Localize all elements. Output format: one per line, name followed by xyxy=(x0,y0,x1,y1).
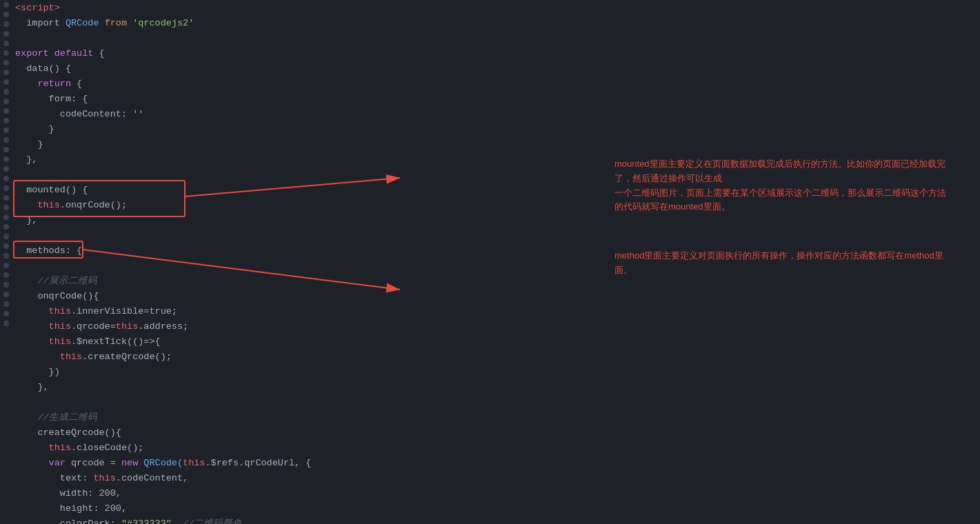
token: } xyxy=(15,124,54,134)
fold-marker xyxy=(3,282,9,288)
annotation-text-2: method里面主要定义对页面执行的所有操作，操作对应的方法函数都写在metho… xyxy=(601,249,966,278)
token: width: 200, xyxy=(15,488,121,498)
code-line: this.createQrcode(); xyxy=(12,349,980,364)
token: .createQrcode(); xyxy=(82,352,172,362)
fold-marker xyxy=(3,301,9,307)
token: .$refs.qrCodeUrl, { xyxy=(205,458,311,468)
code-line: this.innerVisible=true; xyxy=(12,303,980,319)
token: from xyxy=(99,18,133,28)
token: .codeContent, xyxy=(116,473,188,483)
fold-marker xyxy=(3,176,9,181)
code-line: }, xyxy=(12,379,980,394)
code-line xyxy=(12,30,980,46)
code-line xyxy=(12,394,980,410)
fold-marker xyxy=(3,50,9,56)
token: .qrcode= xyxy=(71,321,116,332)
token: this xyxy=(49,306,71,316)
token: QRCode xyxy=(66,18,99,28)
token: .onqrCode(); xyxy=(60,200,127,210)
code-line: }) xyxy=(12,364,980,379)
fold-marker xyxy=(3,292,9,297)
fold-marker xyxy=(3,128,9,133)
fold-marker xyxy=(3,253,9,259)
fold-marker xyxy=(3,311,9,316)
fold-marker xyxy=(3,12,9,17)
fold-marker xyxy=(3,214,9,220)
fold-marker xyxy=(3,263,9,268)
code-line: this.closeCode(); xyxy=(12,440,980,455)
token: { xyxy=(71,79,82,89)
code-line: var qrcode = new QRCode(this.$refs.qrCod… xyxy=(12,455,980,470)
fold-marker xyxy=(3,31,9,37)
code-line: text: this.codeContent, xyxy=(12,470,980,485)
token: qrcode = xyxy=(66,458,121,468)
code-line: createQrcode(){ xyxy=(12,425,980,440)
fold-marker xyxy=(3,234,9,239)
token: new xyxy=(121,458,138,468)
token: .address; xyxy=(138,321,188,332)
token: this xyxy=(49,321,71,332)
fold-marker xyxy=(3,147,9,152)
token: import xyxy=(15,18,66,28)
code-line: } xyxy=(12,121,980,137)
fold-marker xyxy=(3,157,9,162)
code-line: import QRCode from 'qrcodejs2' xyxy=(12,15,980,30)
fold-marker xyxy=(3,99,9,104)
fold-marker xyxy=(3,21,9,27)
token: }) xyxy=(15,367,60,377)
token: default xyxy=(54,48,94,59)
code-line: onqrCode(){ xyxy=(12,288,980,303)
code-line: data() { xyxy=(12,61,980,76)
code-line: return { xyxy=(12,76,980,91)
token: var xyxy=(49,458,66,468)
token: form: { xyxy=(15,94,88,104)
fold-marker xyxy=(3,118,9,123)
token: height: 200, xyxy=(15,503,127,514)
token: onqrCode(){ xyxy=(15,291,99,301)
token: //展示二维码 xyxy=(15,274,97,287)
token: .innerVisible=true; xyxy=(71,306,177,316)
token: .closeCode(); xyxy=(71,443,143,453)
fold-marker xyxy=(3,70,9,75)
code-line: colorDark: "#333333", //二维码颜色 xyxy=(12,516,980,524)
token: this xyxy=(93,473,115,483)
fold-marker xyxy=(3,166,9,172)
code-line: this.qrcode=this.address; xyxy=(12,319,980,334)
token: this xyxy=(60,352,82,362)
annotation-text-1: mounted里面主要定义在页面数据加载完成后执行的方法。比如你的页面已经加载完… xyxy=(601,157,966,214)
token: this xyxy=(37,200,59,210)
token: this xyxy=(49,443,71,453)
code-line: this.$nextTick(()=>{ xyxy=(12,334,980,349)
fold-marker xyxy=(3,108,9,114)
fold-marker xyxy=(3,272,9,278)
token: }, xyxy=(15,215,37,225)
fold-marker xyxy=(3,41,9,46)
token: this xyxy=(116,321,138,332)
token: colorDark: xyxy=(15,518,121,525)
token: return xyxy=(37,79,71,89)
editor-container: <script> import QRCode from 'qrcodejs2' … xyxy=(0,0,980,524)
token: QRCode( xyxy=(138,458,183,468)
token: .$nextTick(()=>{ xyxy=(71,336,161,347)
token: createQrcode(){ xyxy=(15,427,121,438)
code-line: codeContent: '' xyxy=(12,106,980,121)
token: methods: { xyxy=(15,245,82,256)
token: <script> xyxy=(15,3,60,13)
token: codeContent: '' xyxy=(15,109,143,119)
code-line: height: 200, xyxy=(12,501,980,516)
token: } xyxy=(15,139,43,150)
fold-marker xyxy=(3,79,9,85)
token: }, xyxy=(15,382,49,392)
token: }, xyxy=(15,154,37,165)
fold-marker xyxy=(3,137,9,143)
fold-marker xyxy=(3,60,9,66)
token: export xyxy=(15,48,54,59)
code-line: //生成二维码 xyxy=(12,410,980,425)
token: "#333333" xyxy=(121,518,172,525)
token: //生成二维码 xyxy=(15,411,97,423)
editor-gutter xyxy=(0,0,12,524)
fold-marker xyxy=(3,185,9,191)
fold-marker xyxy=(3,89,9,94)
fold-marker xyxy=(3,243,9,249)
code-line: width: 200, xyxy=(12,485,980,501)
